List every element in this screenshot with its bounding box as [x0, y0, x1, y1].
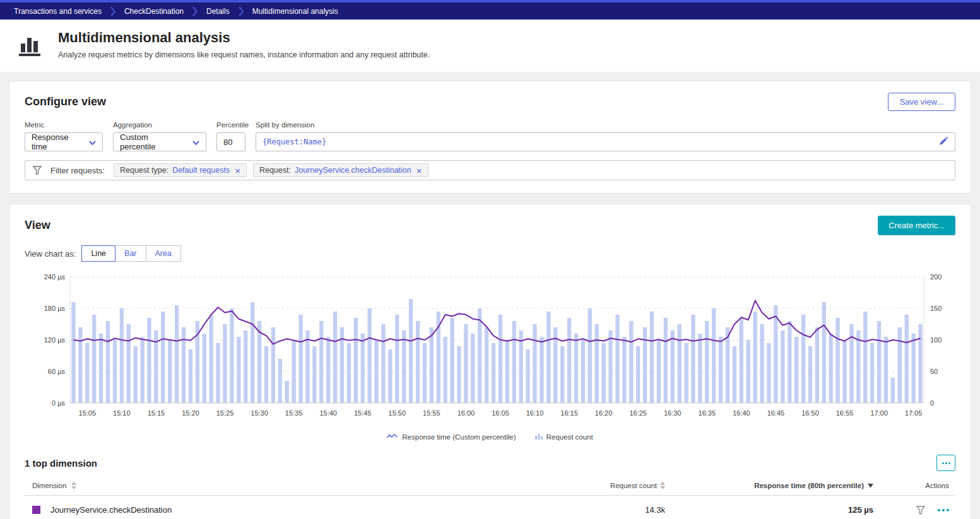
create-metric-button[interactable]: Create metric... — [878, 216, 955, 235]
svg-text:50: 50 — [930, 368, 938, 375]
filter-chip-request-type[interactable]: Request type: Default requests × — [114, 163, 247, 177]
svg-text:200: 200 — [930, 273, 942, 281]
filter-chip-value: JourneyService.checkDestination — [295, 166, 411, 175]
svg-text:16:30: 16:30 — [664, 409, 682, 417]
svg-text:16:55: 16:55 — [836, 409, 854, 417]
column-header-actions: Actions — [873, 482, 955, 489]
svg-text:15:50: 15:50 — [389, 409, 406, 417]
request-count-value: 14.3k — [507, 505, 665, 515]
chart-type-switcher: View chart as: Line Bar Area — [25, 245, 955, 262]
filter-chip-request[interactable]: Request: JourneyService.checkDestination… — [253, 163, 428, 177]
svg-text:15:55: 15:55 — [423, 409, 440, 417]
save-view-button[interactable]: Save view... — [888, 93, 955, 111]
svg-text:240 µs: 240 µs — [44, 273, 66, 281]
metric-label: Metric — [25, 121, 103, 129]
page-header-text: Multidimensional analysis Analyze reques… — [58, 30, 430, 59]
svg-text:15:45: 15:45 — [354, 409, 372, 417]
chevron-right-icon — [110, 6, 115, 16]
filter-requests-label: Filter requests: — [50, 166, 105, 175]
table-row[interactable]: JourneyService.checkDestination 14.3k 12… — [25, 496, 955, 519]
legend-label: Response time (Custom percentile) — [402, 433, 516, 441]
aggregation-field: Aggregation Custom percentile — [113, 121, 206, 151]
svg-text:180 µs: 180 µs — [44, 305, 66, 312]
more-options-button[interactable] — [936, 455, 955, 471]
svg-text:17:05: 17:05 — [905, 409, 923, 417]
svg-text:15:10: 15:10 — [113, 409, 131, 417]
configure-form-row: Metric Response time Aggregation Custom … — [25, 121, 955, 151]
dimension-name[interactable]: JourneyService.checkDestination — [50, 505, 172, 515]
page: Transactions and services CheckDestinati… — [0, 0, 980, 519]
dimensions-table: Dimension Request count Response time (8… — [25, 476, 955, 519]
chart-mode-line[interactable]: Line — [81, 245, 115, 262]
svg-text:16:25: 16:25 — [629, 409, 647, 417]
column-header-dimension[interactable]: Dimension — [25, 482, 507, 489]
sort-icon — [71, 482, 76, 489]
filter-funnel-icon — [33, 166, 42, 175]
edit-pencil-icon[interactable] — [939, 136, 948, 148]
line-series-icon — [387, 433, 398, 441]
metrics-chart-svg[interactable]: 0 µs60 µs120 µs180 µs240 µs0501001502001… — [25, 271, 957, 429]
view-card: View Create metric... View chart as: Lin… — [9, 204, 971, 519]
aggregation-value: Custom percentile — [120, 132, 185, 151]
legend-request-count[interactable]: Request count — [535, 433, 593, 441]
svg-text:15:25: 15:25 — [216, 409, 234, 417]
view-title: View — [25, 219, 50, 232]
sort-desc-icon — [868, 484, 873, 488]
svg-text:15:35: 15:35 — [285, 409, 303, 417]
breadcrumb-multidimensional-analysis[interactable]: Multidimensional analysis — [245, 7, 346, 16]
configure-view-title: Configure view — [25, 95, 106, 108]
row-more-actions-icon[interactable] — [938, 509, 949, 511]
page-subtitle: Analyze request metrics by dimensions li… — [58, 50, 430, 59]
split-dimension-field: Split by dimension {Request:Name} — [256, 121, 955, 151]
svg-text:17:00: 17:00 — [870, 409, 888, 417]
split-dimension-label: Split by dimension — [256, 121, 955, 129]
view-chart-as-label: View chart as: — [25, 249, 76, 259]
legend-label: Request count — [546, 433, 593, 441]
svg-text:16:20: 16:20 — [595, 409, 613, 417]
chart-mode-area[interactable]: Area — [146, 245, 181, 262]
filter-chip-value: Default requests — [172, 166, 230, 175]
svg-text:15:15: 15:15 — [148, 409, 165, 417]
page-title: Multidimensional analysis — [58, 30, 430, 46]
svg-text:16:40: 16:40 — [733, 409, 750, 417]
breadcrumb-transactions-and-services[interactable]: Transactions and services — [6, 7, 109, 16]
dimension-color-swatch — [32, 506, 40, 514]
percentile-field: Percentile — [216, 121, 245, 151]
svg-text:150: 150 — [930, 305, 942, 312]
split-dimension-input[interactable]: {Request:Name} — [256, 132, 955, 151]
svg-text:0 µs: 0 µs — [52, 399, 66, 407]
breadcrumb-checkdestination[interactable]: CheckDestination — [117, 7, 191, 16]
chevron-right-icon — [239, 6, 244, 16]
percentile-input[interactable] — [223, 137, 239, 147]
chevron-down-icon — [192, 137, 199, 147]
filter-chips: Request type: Default requests × Request… — [114, 163, 428, 177]
metric-select[interactable]: Response time — [25, 132, 103, 151]
svg-text:16:15: 16:15 — [560, 409, 578, 417]
aggregation-select[interactable]: Custom percentile — [113, 132, 206, 151]
chevron-right-icon — [192, 6, 198, 16]
main-content: Configure view Save view... Metric Respo… — [0, 72, 980, 519]
breadcrumb-details[interactable]: Details — [199, 7, 237, 16]
svg-text:15:20: 15:20 — [182, 409, 199, 417]
svg-text:60 µs: 60 µs — [48, 368, 66, 375]
legend-response-time[interactable]: Response time (Custom percentile) — [387, 433, 516, 441]
table-header-row: Dimension Request count Response time (8… — [25, 476, 955, 496]
chart-mode-bar[interactable]: Bar — [115, 245, 146, 262]
svg-text:16:00: 16:00 — [458, 409, 475, 417]
column-header-request-count[interactable]: Request count — [507, 482, 665, 489]
chevron-down-icon — [89, 137, 96, 147]
top-dimension-title: 1 top dimension — [25, 458, 97, 469]
filter-chip-label: Request type: — [120, 166, 168, 175]
bar-chart-icon — [18, 33, 43, 56]
svg-text:16:50: 16:50 — [801, 409, 819, 417]
svg-text:120 µs: 120 µs — [44, 336, 66, 344]
filter-chip-label: Request: — [259, 166, 291, 175]
column-header-response-time[interactable]: Response time (80th percentile) — [665, 482, 873, 489]
remove-filter-icon[interactable]: × — [416, 166, 422, 175]
metric-value: Response time — [32, 132, 81, 151]
svg-text:15:40: 15:40 — [319, 409, 337, 417]
remove-filter-icon[interactable]: × — [235, 166, 240, 175]
sort-icon — [660, 482, 665, 489]
row-filter-icon[interactable] — [916, 506, 925, 515]
filter-requests-bar[interactable]: Filter requests: Request type: Default r… — [25, 160, 955, 180]
